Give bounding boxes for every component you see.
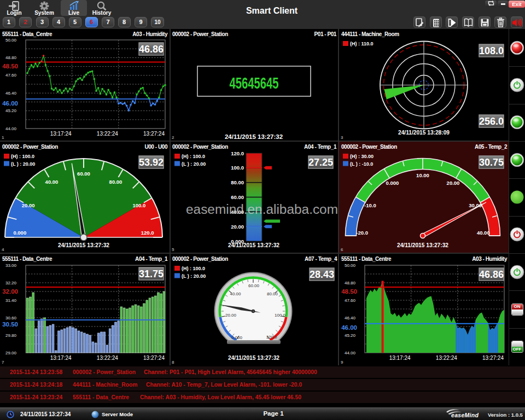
svg-text:easemind.en.alibaba.com: easemind.en.alibaba.com	[186, 202, 338, 217]
